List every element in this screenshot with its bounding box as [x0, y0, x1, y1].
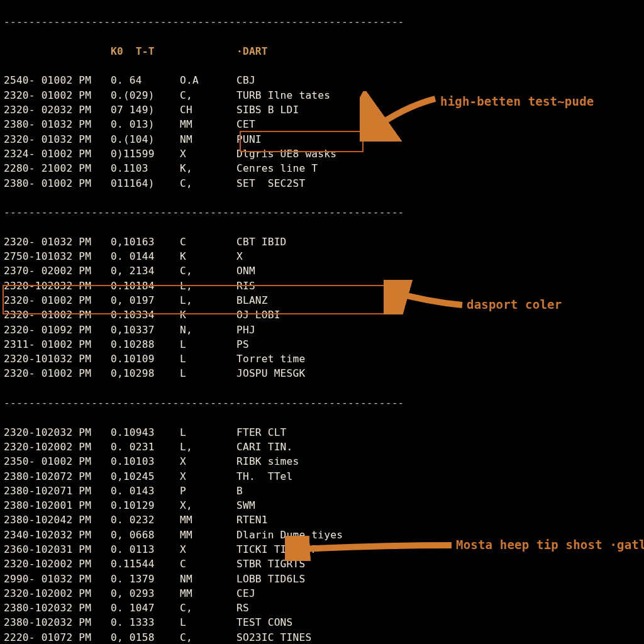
cell-date: 2320-102032 PM	[4, 279, 111, 293]
cell-desc: LOBB TID6LS	[236, 572, 305, 586]
cell-desc: SO23IC TINES	[236, 630, 311, 644]
cell-t: P	[180, 484, 236, 498]
cell-desc: B	[236, 484, 243, 498]
table-row: 2220- 01072 PM0, 0158C,SO23IC TINES	[4, 630, 644, 644]
table-row: 2320- 01032 PM0.(104)NMPUNI	[4, 132, 644, 147]
cell-date: 2990- 01032 PM	[4, 572, 111, 586]
cell-date: 2220- 01072 PM	[4, 630, 111, 644]
table-row: 2320- 01002 PM0,10298LJOSPU MESGK	[4, 366, 644, 380]
cell-date: 2280- 21002 PM	[4, 161, 111, 175]
table-row: 2380-102042 PM0. 0232MMRTEN1	[4, 513, 644, 527]
cell-k: 0. 0144	[111, 249, 180, 264]
cell-desc: TH. TTel	[236, 469, 293, 484]
cell-date: 2380-102032 PM	[4, 615, 111, 630]
table-row: 2320-102002 PM0. 0231L,CARI TIN.	[4, 440, 644, 454]
cell-desc: SWM	[236, 498, 255, 513]
cell-date: 2320-101032 PM	[4, 352, 111, 366]
table-row: 2380-102072 PM0,10245XTH. TTel	[4, 469, 644, 484]
header-k: K0 T-T	[111, 44, 180, 58]
cell-t: L	[180, 615, 236, 630]
cell-date: 2380-102072 PM	[4, 469, 111, 484]
table-row: 2311- 01002 PM0.10288LPS	[4, 337, 644, 352]
table-row: 2320-102002 PM0.11544CSTBR TIGRTS	[4, 557, 644, 571]
cell-date: 2320- 01002 PM	[4, 293, 111, 308]
cell-date: 2320-102002 PM	[4, 440, 111, 454]
cell-k: 0.10129	[111, 498, 180, 513]
cell-k: 0. 0232	[111, 513, 180, 527]
cell-k: 0, 0197	[111, 293, 180, 308]
cell-k: 0, 0158	[111, 630, 180, 644]
cell-date: 2380-102071 PM	[4, 484, 111, 498]
cell-desc: OJ LOBI	[236, 308, 280, 322]
cell-date: 2320-102002 PM	[4, 586, 111, 601]
cell-desc: FTER CLT	[236, 425, 287, 440]
cell-k: 011164)	[111, 176, 180, 191]
cell-desc: CBT IBID	[236, 235, 287, 249]
column-header-row: K0 T-T·DART	[4, 44, 644, 58]
cell-t: C,	[180, 601, 236, 615]
cell-t: K	[180, 249, 236, 264]
cell-t: C,	[180, 176, 236, 191]
cell-t: X	[180, 469, 236, 484]
cell-k: 0,10337	[111, 323, 180, 337]
cell-k: 0. 1379	[111, 572, 180, 586]
cell-desc: Dlarin Dume tiyes	[236, 528, 343, 542]
cell-k: 07 149)	[111, 103, 180, 117]
divider: ----------------------------------------…	[4, 205, 644, 219]
cell-k: 0, 0293	[111, 586, 180, 601]
cell-desc: PUNI	[236, 132, 262, 147]
cell-date: 2380- 01032 PM	[4, 117, 111, 131]
cell-t: X	[180, 454, 236, 469]
table-row: 2380-102071 PM0. 0143PB	[4, 484, 644, 498]
cell-desc: CET	[236, 117, 255, 131]
table-row: 2380- 01002 PM011164)C,SET SEC2ST	[4, 176, 644, 191]
cell-desc: PHJ	[236, 323, 255, 337]
cell-desc: BLANZ	[236, 293, 268, 308]
cell-t: NM	[180, 572, 236, 586]
table-row: 2380- 01032 PM0. 013)MMCET	[4, 117, 644, 131]
cell-desc: TICKI TIlme F	[236, 542, 318, 557]
cell-t: C	[180, 557, 236, 571]
cell-t: L,	[180, 279, 236, 293]
cell-k: 0.10288	[111, 337, 180, 352]
table-row: 2750-101032 PM0. 0144KX	[4, 249, 644, 264]
cell-date: 2320- 01002 PM	[4, 308, 111, 322]
annotation-label: dasport coler	[467, 297, 562, 311]
cell-t: MM	[180, 513, 236, 527]
cell-desc: Cenres line T	[236, 161, 318, 175]
cell-t: L,	[180, 440, 236, 454]
annotation-label: Mosta heep tip shost ·gatled	[456, 538, 644, 552]
cell-k: 0.10103	[111, 454, 180, 469]
divider: ----------------------------------------…	[4, 396, 644, 410]
cell-date: 2380-102001 PM	[4, 498, 111, 513]
cell-t: MM	[180, 528, 236, 542]
cell-desc: RIS	[236, 279, 255, 293]
cell-date: 2320-102002 PM	[4, 557, 111, 571]
cell-k: 0. 1047	[111, 601, 180, 615]
divider: ----------------------------------------…	[4, 14, 644, 29]
cell-t: N,	[180, 323, 236, 337]
cell-t: C,	[180, 630, 236, 644]
cell-desc: Dlgris UE8 wasks	[236, 147, 336, 161]
cell-desc: RTEN1	[236, 513, 268, 527]
cell-date: 2380-102042 PM	[4, 513, 111, 527]
cell-date: 2540- 01002 PM	[4, 73, 111, 87]
cell-date: 2311- 01002 PM	[4, 337, 111, 352]
cell-desc: RIBK simes	[236, 454, 299, 469]
cell-desc: TEST CONS	[236, 615, 293, 630]
table-row: 2380-102032 PM0. 1333LTEST CONS	[4, 615, 644, 630]
cell-date: 2324- 01002 PM	[4, 147, 111, 161]
table-row: 2990- 01032 PM0. 1379NMLOBB TID6LS	[4, 572, 644, 586]
cell-t: X,	[180, 498, 236, 513]
cell-k: 0, 0668	[111, 528, 180, 542]
table-row: 2280- 21002 PM0.1103K,Cenres line T	[4, 161, 644, 175]
header-dart: ·DART	[236, 44, 268, 58]
cell-date: 2360-102031 PM	[4, 542, 111, 557]
cell-k: 0,10298	[111, 366, 180, 380]
cell-k: 0.(029)	[111, 88, 180, 103]
cell-t: C,	[180, 88, 236, 103]
cell-t: X	[180, 147, 236, 161]
cell-t: MM	[180, 117, 236, 131]
cell-desc: CARI TIN.	[236, 440, 293, 454]
cell-k: 0. 0113	[111, 542, 180, 557]
